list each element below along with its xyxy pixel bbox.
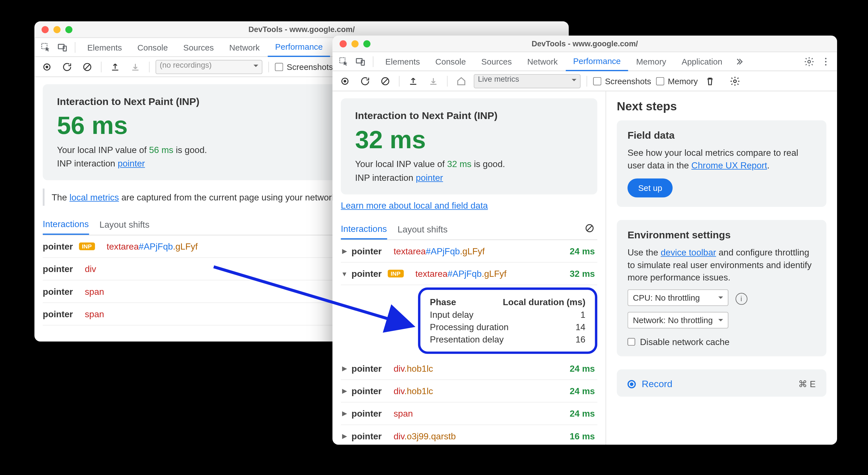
phase-value: 1 — [581, 309, 586, 319]
tab-memory[interactable]: Memory — [629, 52, 673, 71]
cpu-throttle-select[interactable]: CPU: No throttling — [627, 290, 728, 306]
metric-interaction: INP interaction pointer — [355, 173, 583, 183]
interaction-selector: div.hob1lc — [385, 364, 566, 374]
tab-console[interactable]: Console — [428, 52, 473, 71]
clear-icon[interactable] — [80, 59, 95, 74]
phase-value: 16 — [576, 334, 585, 344]
interaction-row[interactable]: ▶ pointer span 24 ms — [341, 403, 597, 425]
perf-toolbar: Live metrics Screenshots Memory — [333, 71, 837, 91]
interaction-duration: 24 ms — [569, 386, 597, 396]
interaction-row[interactable]: ▶ pointer div.hob1lc 24 ms — [341, 358, 597, 380]
subtab-layout-shifts[interactable]: Layout shifts — [398, 219, 447, 239]
tab-performance[interactable]: Performance — [566, 52, 628, 71]
interaction-selector: textarea#APjFqb.gLFyf — [407, 269, 566, 279]
side-panel: Next steps Field data See how your local… — [606, 91, 837, 445]
setup-button[interactable]: Set up — [627, 178, 673, 198]
inp-metric-card: Interaction to Next Paint (INP) 32 ms Yo… — [341, 99, 597, 195]
chevron-down-icon — [718, 297, 723, 301]
screenshots-checkbox[interactable]: Screenshots — [275, 62, 333, 72]
recording-select[interactable]: (no recordings) — [155, 60, 262, 74]
svg-point-4 — [45, 65, 48, 68]
settings-icon[interactable] — [801, 54, 817, 69]
disclosure-icon[interactable]: ▼ — [341, 270, 348, 277]
tab-network[interactable]: Network — [222, 38, 267, 57]
record-label[interactable]: Record — [642, 379, 672, 389]
reload-icon[interactable] — [59, 59, 75, 74]
interaction-row[interactable]: ▶ pointer div.hob1lc 24 ms — [341, 380, 597, 403]
phase-value: 14 — [576, 322, 585, 332]
tab-application[interactable]: Application — [675, 52, 730, 71]
network-throttle-select[interactable]: Network: No throttling — [627, 312, 728, 329]
learn-more-link[interactable]: Learn more about local and field data — [341, 200, 488, 210]
disclosure-icon[interactable]: ▶ — [341, 410, 348, 417]
record-dot-icon[interactable] — [627, 380, 636, 388]
record-icon[interactable] — [39, 59, 55, 74]
panel-tabs: Elements Console Sources Network Perform… — [333, 52, 837, 71]
tab-sources[interactable]: Sources — [176, 38, 221, 57]
subtab-interactions[interactable]: Interactions — [43, 214, 89, 235]
phase-breakdown: PhaseLocal duration (ms) Input delay1Pro… — [418, 287, 597, 354]
disclosure-icon[interactable]: ▶ — [341, 247, 348, 255]
disclosure-icon[interactable]: ▶ — [341, 432, 348, 440]
chevron-down-icon — [572, 78, 577, 83]
tab-network[interactable]: Network — [520, 52, 565, 71]
device-toolbar-link[interactable]: device toolbar — [660, 247, 716, 258]
more-tabs-icon[interactable] — [731, 54, 746, 69]
memory-checkbox[interactable]: Memory — [656, 76, 698, 86]
tab-elements[interactable]: Elements — [378, 52, 427, 71]
subtab-layout-shifts[interactable]: Layout shifts — [99, 215, 150, 234]
local-metrics-link[interactable]: local metrics — [69, 192, 119, 202]
tab-sources[interactable]: Sources — [474, 52, 519, 71]
chevron-down-icon — [253, 64, 258, 69]
phase-name: Input delay — [430, 309, 473, 319]
clear-list-icon[interactable] — [582, 220, 597, 238]
record-icon[interactable] — [337, 73, 353, 89]
download-icon[interactable] — [426, 73, 441, 89]
recording-select[interactable]: Live metrics — [474, 74, 581, 88]
inp-badge: INP — [79, 243, 95, 250]
disclosure-icon[interactable]: ▶ — [341, 365, 348, 372]
titlebar[interactable]: DevTools - www.google.com/ — [333, 36, 837, 52]
inp-badge: INP — [388, 270, 403, 277]
gc-icon[interactable] — [703, 73, 718, 89]
panel-settings-icon[interactable] — [727, 73, 743, 89]
field-data-title: Field data — [627, 130, 816, 142]
interaction-kind: pointer — [351, 364, 381, 374]
subtabs: Interactions Layout shifts — [341, 219, 597, 240]
interaction-row[interactable]: ▶ pointer textarea#APjFqb.gLFyf 24 ms — [341, 240, 597, 263]
device-toolbar-icon[interactable] — [353, 54, 368, 69]
inp-interaction-link[interactable]: pointer — [118, 158, 145, 168]
disclosure-icon[interactable]: ▶ — [341, 387, 348, 395]
interaction-duration: 16 ms — [569, 431, 597, 441]
inp-interaction-link[interactable]: pointer — [416, 173, 443, 183]
disable-cache-checkbox[interactable]: Disable network cache — [627, 337, 816, 347]
next-steps-header: Next steps — [617, 100, 827, 113]
info-icon[interactable]: i — [735, 293, 747, 304]
tab-console[interactable]: Console — [130, 38, 175, 57]
upload-icon[interactable] — [107, 59, 123, 74]
svg-point-12 — [825, 61, 827, 62]
tab-elements[interactable]: Elements — [80, 38, 129, 57]
kebab-menu-icon[interactable] — [818, 54, 833, 69]
subtab-interactions[interactable]: Interactions — [341, 219, 387, 239]
svg-point-15 — [343, 80, 346, 82]
interaction-duration: 24 ms — [569, 408, 597, 418]
device-toolbar-icon[interactable] — [55, 39, 70, 55]
inspect-icon[interactable] — [336, 54, 351, 69]
interaction-row[interactable]: ▶ pointer div.o3j99.qarstb 16 ms — [341, 425, 597, 445]
upload-icon[interactable] — [405, 73, 421, 89]
crux-report-link[interactable]: Chrome UX Report — [691, 160, 767, 170]
screenshots-checkbox[interactable]: Screenshots — [593, 76, 651, 86]
svg-point-13 — [825, 64, 827, 65]
chevron-down-icon — [718, 319, 723, 324]
interaction-kind: pointer — [43, 309, 73, 319]
inspect-icon[interactable] — [38, 39, 53, 55]
reload-icon[interactable] — [357, 73, 373, 89]
interaction-duration: 32 ms — [569, 269, 597, 279]
clear-icon[interactable] — [377, 73, 393, 89]
home-icon[interactable] — [454, 73, 469, 89]
download-icon[interactable] — [128, 59, 143, 74]
main-panel: Interaction to Next Paint (INP) 32 ms Yo… — [333, 91, 606, 445]
interaction-row[interactable]: ▼ pointer INP textarea#APjFqb.gLFyf 32 m… — [341, 263, 597, 285]
tab-performance[interactable]: Performance — [268, 38, 330, 57]
